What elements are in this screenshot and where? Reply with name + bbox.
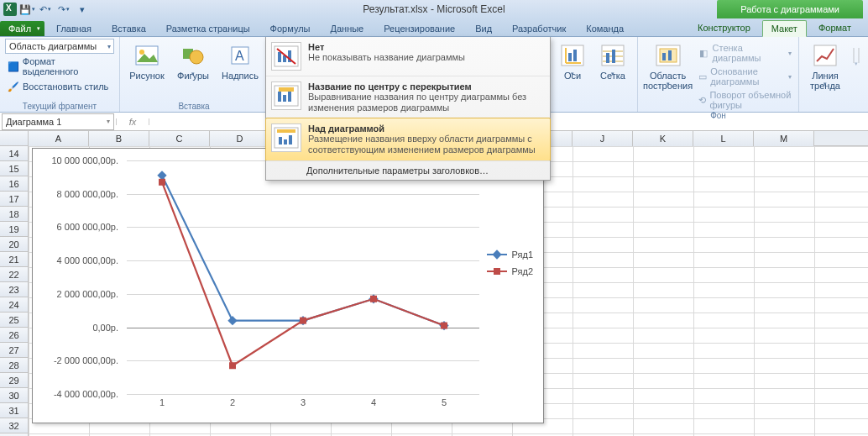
- format-selection-label: Формат выделенного: [23, 56, 112, 76]
- row-header[interactable]: 22: [0, 267, 28, 282]
- column-header[interactable]: M: [754, 131, 814, 146]
- chart-object[interactable]: -4 000 000,00р.-2 000 000,00р.0,00р.2 00…: [32, 148, 544, 423]
- dd-more-options[interactable]: Дополнительные параметры заголовков…: [266, 160, 550, 180]
- row-header[interactable]: 16: [0, 176, 28, 192]
- row-header[interactable]: 32: [0, 418, 28, 433]
- tab-file[interactable]: Файл: [0, 21, 44, 36]
- tab-developer[interactable]: Разработчик: [504, 21, 574, 36]
- row-header[interactable]: 14: [0, 146, 28, 161]
- trendline-button[interactable]: Линия тренда: [804, 39, 846, 91]
- column-header[interactable]: K: [633, 131, 693, 146]
- excel-icon: [3, 3, 17, 16]
- column-header[interactable]: A: [29, 131, 89, 146]
- tab-insert[interactable]: Вставка: [103, 21, 154, 36]
- dd-overlay-title: Название по центру с перекрытием: [308, 81, 543, 92]
- picture-label: Рисунок: [129, 71, 165, 81]
- shapes-button[interactable]: Фигуры: [172, 39, 214, 81]
- name-box[interactable]: Диаграмма 1: [2, 113, 114, 130]
- row-header[interactable]: 29: [0, 373, 28, 388]
- shapes-label: Фигуры: [177, 71, 209, 81]
- textbox-label: Надпись: [222, 71, 259, 81]
- tab-home[interactable]: Главная: [48, 21, 100, 36]
- tab-team[interactable]: Команда: [578, 21, 632, 36]
- dd-option-above[interactable]: Над диаграммой Размещение названия вверх…: [265, 118, 551, 161]
- dd-above-desc: Размещение названия вверху области диагр…: [308, 134, 543, 155]
- gridlines-icon: [599, 42, 626, 69]
- row-header[interactable]: 27: [0, 343, 28, 358]
- y-tick-label: 0,00р.: [92, 323, 118, 333]
- chart-wall-button: ◧ Стенка диаграммы▾: [696, 42, 793, 64]
- chart-floor-icon: ▭: [698, 70, 708, 83]
- legend-item-1[interactable]: Ряд1: [487, 250, 533, 260]
- plot-area-label: Область построения: [643, 71, 693, 91]
- x-tick-label: 2: [230, 397, 235, 407]
- y-tick-label: 4 000 000,00р.: [57, 255, 118, 265]
- plot-area-button[interactable]: Область построения: [643, 39, 693, 91]
- save-icon[interactable]: 💾: [18, 2, 35, 17]
- format-selection-button[interactable]: 🟦 Формат выделенного: [5, 55, 114, 77]
- svg-rect-48: [278, 52, 281, 62]
- textbox-button[interactable]: A Надпись: [217, 39, 263, 81]
- picture-button[interactable]: Рисунок: [125, 39, 169, 81]
- column-header[interactable]: B: [89, 131, 149, 146]
- tab-review[interactable]: Рецензирование: [375, 21, 463, 36]
- plot-area-icon: [655, 42, 682, 69]
- svg-rect-67: [159, 179, 165, 186]
- tab-page-layout[interactable]: Разметка страницы: [158, 21, 259, 36]
- reset-style-button[interactable]: 🖌️ Восстановить стиль: [5, 79, 114, 94]
- svg-rect-56: [279, 87, 294, 92]
- row-header[interactable]: 31: [0, 403, 28, 418]
- fx-label[interactable]: fx: [116, 117, 149, 127]
- row-header[interactable]: 18: [0, 207, 28, 222]
- tab-layout[interactable]: Макет: [762, 20, 807, 37]
- qat-customize-icon[interactable]: ▾: [74, 2, 91, 17]
- chart-element-selector[interactable]: Область диаграммы: [5, 39, 114, 54]
- tab-formulas[interactable]: Формулы: [262, 21, 319, 36]
- y-tick-label: 8 000 000,00р.: [57, 189, 118, 199]
- select-all-corner[interactable]: [0, 131, 29, 146]
- ribbon-tabs: Файл Главная Вставка Разметка страницы Ф…: [0, 18, 868, 37]
- y-tick-label: 6 000 000,00р.: [57, 222, 118, 232]
- row-header[interactable]: 20: [0, 237, 28, 252]
- legend-marker-1: [487, 254, 507, 255]
- dd-overlay-icon: [271, 81, 301, 110]
- row-header[interactable]: 21: [0, 252, 28, 267]
- lines-icon: [843, 42, 868, 69]
- dd-option-none[interactable]: Нет Не показывать название диаграммы: [266, 37, 550, 76]
- gridlines-label: Сетка: [600, 71, 625, 81]
- column-header[interactable]: D: [210, 131, 270, 146]
- row-header[interactable]: 23: [0, 282, 28, 297]
- ribbon: Область диаграммы 🟦 Формат выделенного 🖌…: [0, 37, 868, 113]
- undo-button[interactable]: ↶: [37, 2, 54, 17]
- axes-button[interactable]: Оси: [555, 39, 590, 81]
- dd-above-icon: [271, 123, 301, 152]
- row-header[interactable]: 25: [0, 313, 28, 328]
- trendline-label: Линия тренда: [804, 71, 846, 91]
- tab-format[interactable]: Формат: [810, 20, 860, 36]
- tab-design[interactable]: Конструктор: [689, 20, 759, 36]
- row-header[interactable]: 24: [0, 297, 28, 313]
- row-header[interactable]: 15: [0, 161, 28, 176]
- chart-floor-label: Основание диаграммы: [710, 66, 786, 87]
- tab-data[interactable]: Данные: [322, 21, 372, 36]
- chart-plot-area[interactable]: [127, 160, 479, 394]
- group-analysis: Линия тренда: [799, 37, 868, 112]
- row-header[interactable]: 30: [0, 388, 28, 403]
- row-header[interactable]: 17: [0, 192, 28, 207]
- legend-item-2[interactable]: Ряд2: [487, 266, 533, 276]
- redo-button[interactable]: ↷: [55, 2, 72, 17]
- dd-option-overlay[interactable]: Название по центру с перекрытием Выравни…: [266, 76, 550, 118]
- row-header[interactable]: 28: [0, 358, 28, 373]
- column-header[interactable]: L: [693, 131, 754, 146]
- svg-rect-43: [668, 50, 672, 60]
- group-current-selection: Область диаграммы 🟦 Формат выделенного 🖌…: [0, 37, 120, 112]
- column-header[interactable]: C: [149, 131, 210, 146]
- tab-view[interactable]: Вид: [467, 21, 500, 36]
- row-header[interactable]: 19: [0, 222, 28, 237]
- column-header[interactable]: J: [573, 131, 633, 146]
- svg-rect-53: [278, 92, 281, 102]
- gridlines-button[interactable]: Сетка: [593, 39, 632, 81]
- chart-legend[interactable]: Ряд1 Ряд2: [487, 250, 533, 283]
- row-header[interactable]: 26: [0, 328, 28, 343]
- svg-rect-32: [568, 53, 572, 61]
